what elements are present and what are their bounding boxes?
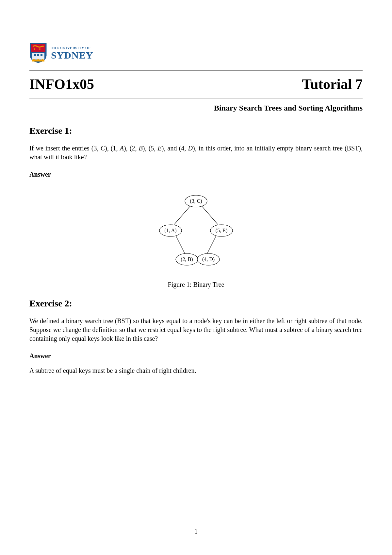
rule-bottom — [29, 98, 363, 98]
university-logo: THE UNIVERSITY OF SYDNEY — [29, 43, 363, 63]
tree-node-right-left: (4, D) — [202, 256, 215, 262]
exercise2-heading: Exercise 2: — [29, 298, 363, 309]
svg-line-8 — [173, 205, 191, 226]
exercise2-answer: A subtree of equal keys must be a single… — [29, 366, 363, 375]
tree-node-right: (5, E) — [216, 228, 227, 234]
binary-tree-diagram: (3, C) (1, A) (5, E) (2, B) (4, D) — [147, 191, 245, 270]
exercise1-answer-label: Answer — [29, 171, 363, 178]
q1-last-entry: (4, D) — [179, 145, 195, 152]
svg-marker-7 — [32, 59, 44, 61]
tree-node-root: (3, C) — [190, 198, 202, 204]
q1-prefix: If we insert the entries — [29, 145, 91, 152]
exercise1-heading: Exercise 1: — [29, 126, 363, 136]
shield-icon — [29, 43, 47, 63]
logo-line2: SYDNEY — [51, 50, 93, 60]
svg-rect-5 — [37, 54, 39, 56]
svg-rect-4 — [34, 54, 36, 56]
svg-point-2 — [39, 48, 41, 50]
svg-rect-0 — [31, 44, 45, 52]
logo-line1: THE UNIVERSITY OF — [51, 46, 93, 50]
svg-line-10 — [176, 235, 186, 255]
q1-entries: (3, C), (1, A), (2, B), (5, E) — [91, 145, 164, 152]
document-page: THE UNIVERSITY OF SYDNEY INFO1x05 Tutori… — [0, 0, 392, 555]
course-code: INFO1x05 — [29, 76, 94, 93]
svg-line-11 — [206, 235, 216, 255]
rule-top — [29, 70, 363, 71]
figure1-caption: Figure 1: Binary Tree — [29, 281, 363, 288]
figure1: (3, C) (1, A) (5, E) (2, B) (4, D) Figur… — [29, 191, 363, 288]
svg-rect-6 — [41, 54, 42, 56]
document-subtitle: Binary Search Trees and Sorting Algorith… — [29, 104, 363, 113]
tree-node-left: (1, A) — [164, 228, 176, 234]
tree-node-left-right: (2, B) — [181, 256, 193, 262]
logo-text: THE UNIVERSITY OF SYDNEY — [51, 46, 93, 60]
exercise2-question: We defined a binary search tree (BST) so… — [29, 317, 363, 343]
svg-point-1 — [34, 48, 35, 50]
title-row: INFO1x05 Tutorial 7 — [29, 73, 363, 96]
exercise1-question: If we insert the entries (3, C), (1, A),… — [29, 144, 363, 162]
tutorial-number: Tutorial 7 — [302, 76, 363, 93]
exercise2-answer-label: Answer — [29, 352, 363, 360]
page-number: 1 — [0, 528, 392, 535]
svg-line-9 — [201, 205, 219, 226]
